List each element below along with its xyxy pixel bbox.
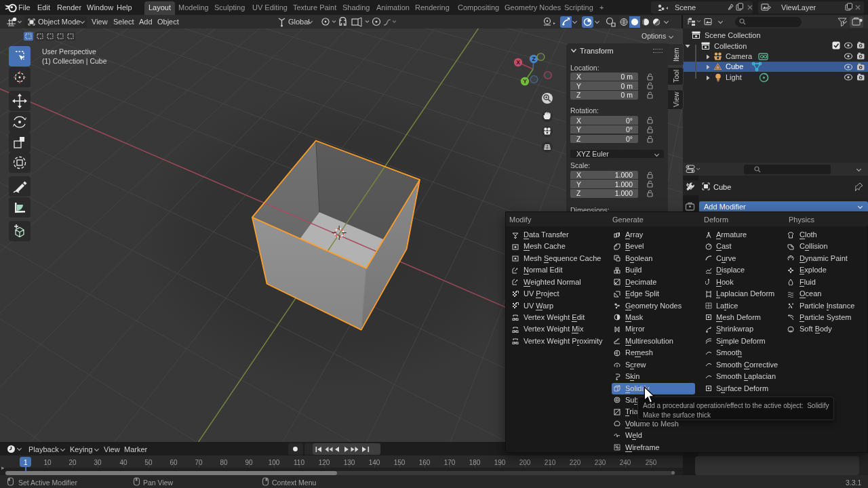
svg-text:X: X (516, 59, 520, 66)
svg-text:Y: Y (523, 78, 527, 85)
svg-text:Z: Z (532, 56, 535, 62)
